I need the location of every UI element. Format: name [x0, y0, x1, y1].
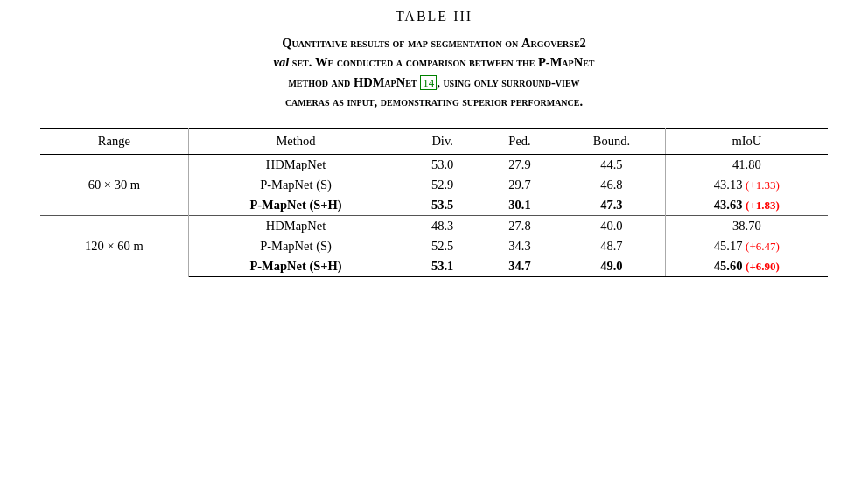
- method-cell: P-MapNet (S+H): [188, 195, 403, 216]
- delta-badge: (+1.83): [746, 199, 780, 212]
- method-cell: P-MapNet (S): [188, 236, 403, 256]
- div-cell: 52.9: [403, 175, 481, 195]
- div-cell: 52.5: [403, 236, 481, 256]
- caption-italic-val: val: [274, 55, 290, 69]
- method-cell: HDMapNet: [188, 215, 403, 236]
- header-range: Range: [40, 128, 188, 154]
- div-cell: 53.5: [403, 195, 481, 216]
- bound-cell: 46.8: [558, 175, 665, 195]
- bound-cell: 40.0: [558, 215, 665, 236]
- div-cell: 48.3: [403, 215, 481, 236]
- ped-cell: 29.7: [481, 175, 558, 195]
- header-miou: mIoU: [665, 128, 828, 154]
- caption-ref: 14: [420, 75, 437, 90]
- ped-cell: 34.3: [481, 236, 558, 256]
- bound-cell: 49.0: [558, 256, 665, 277]
- miou-cell: 41.80: [665, 154, 828, 175]
- miou-cell: 43.63 (+1.83): [665, 195, 828, 216]
- ped-cell: 34.7: [481, 256, 558, 277]
- page-container: TABLE III Quantitaive results of map seg…: [40, 9, 828, 277]
- table-title: TABLE III: [40, 9, 828, 24]
- header-method: Method: [188, 128, 403, 154]
- caption-brand: Argoverse2: [522, 36, 586, 50]
- ped-cell: 27.9: [481, 154, 558, 175]
- table-header-row: Range Method Div. Ped. Bound. mIoU: [40, 128, 828, 154]
- delta-badge: (+6.47): [746, 240, 780, 253]
- ped-cell: 30.1: [481, 195, 558, 216]
- caption-set: set.: [292, 55, 312, 69]
- table-row: 60 × 30 mHDMapNet53.027.944.541.80: [40, 154, 828, 175]
- ped-cell: 27.8: [481, 215, 558, 236]
- method-cell: P-MapNet (S): [188, 175, 403, 195]
- miou-cell: 45.60 (+6.90): [665, 256, 828, 277]
- method-cell: HDMapNet: [188, 154, 403, 175]
- header-bound: Bound.: [558, 128, 665, 154]
- miou-cell: 45.17 (+6.47): [665, 236, 828, 256]
- header-ped: Ped.: [481, 128, 558, 154]
- data-table: Range Method Div. Ped. Bound. mIoU 60 × …: [40, 128, 828, 277]
- method-cell: P-MapNet (S+H): [188, 256, 403, 277]
- delta-badge: (+1.33): [746, 178, 780, 192]
- bound-cell: 48.7: [558, 236, 665, 256]
- bound-cell: 47.3: [558, 195, 665, 216]
- table-row: 120 × 60 mHDMapNet48.327.840.038.70: [40, 215, 828, 236]
- range-cell: 60 × 30 m: [40, 154, 188, 215]
- header-div: Div.: [403, 128, 481, 154]
- miou-cell: 38.70: [665, 215, 828, 236]
- miou-cell: 43.13 (+1.33): [665, 175, 828, 195]
- range-cell: 120 × 60 m: [40, 215, 188, 276]
- delta-badge: (+6.90): [746, 260, 780, 273]
- div-cell: 53.1: [403, 256, 481, 277]
- table-caption: Quantitaive results of map segmentation …: [40, 33, 828, 112]
- bound-cell: 44.5: [558, 154, 665, 175]
- div-cell: 53.0: [403, 154, 481, 175]
- caption-sc-part1: Quantitaive results of map segmentation …: [282, 36, 518, 50]
